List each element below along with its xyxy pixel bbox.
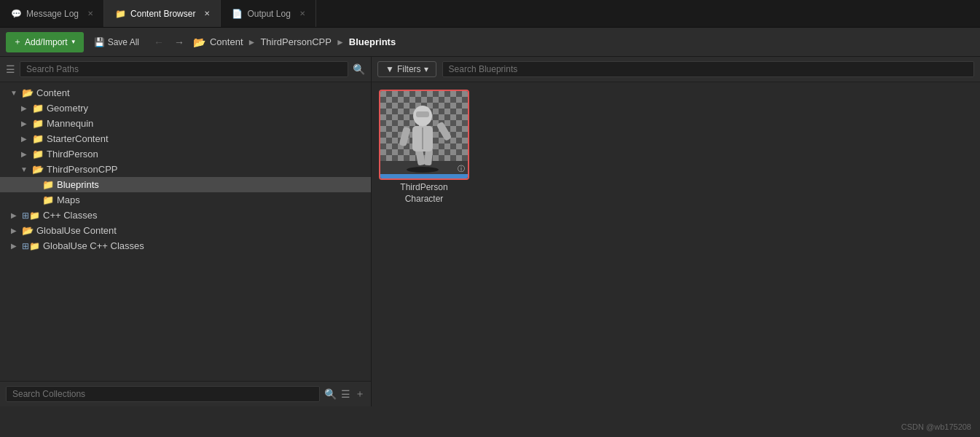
- add-icon: ＋: [13, 36, 22, 48]
- folder-icon-third-person: 📁: [32, 149, 44, 160]
- toolbar: ＋ Add/Import ▼ 💾 Save All ← → 📂 Content …: [0, 28, 980, 57]
- tab-bar: 💬 Message Log ✕ 📁 Content Browser ✕ 📄 Ou…: [0, 0, 980, 28]
- expand-icon-geometry: ▶: [19, 104, 29, 112]
- forward-button[interactable]: →: [170, 35, 189, 50]
- tree-label-third-person: ThirdPerson: [47, 149, 98, 160]
- expand-icon-globaluse-content: ▶: [9, 227, 19, 235]
- folder-icon-starter-content: 📁: [32, 133, 44, 144]
- tree-label-maps: Maps: [57, 194, 80, 205]
- folder-icon-maps: 📁: [42, 194, 54, 205]
- filter-icon: ▼: [385, 64, 394, 74]
- expand-icon-third-person: ▶: [19, 150, 29, 158]
- expand-icon-starter-content: ▶: [19, 135, 29, 143]
- output-log-icon: 📄: [231, 8, 243, 20]
- folder-icon-globaluse-content: 📂: [22, 225, 34, 236]
- breadcrumb-blueprints[interactable]: Blueprints: [349, 36, 396, 47]
- tree-item-content[interactable]: ▼ 📂 Content: [0, 85, 371, 101]
- search-paths-button[interactable]: 🔍: [353, 63, 365, 75]
- tree-item-mannequin[interactable]: ▶ 📁 Mannequin: [0, 116, 371, 131]
- expand-icon-content: ▼: [9, 89, 19, 97]
- left-panel: ☰ 🔍 ▼ 📂 Content ▶ 📁 Geometry ▶: [0, 57, 372, 406]
- asset-type-indicator: [380, 174, 468, 178]
- expand-icon-mannequin: ▶: [19, 119, 29, 127]
- folder-icon-globaluse-cpp: ⊞📁: [22, 241, 40, 251]
- breadcrumb: 📂 Content ► ThirdPersonCPP ► Blueprints: [193, 36, 396, 48]
- breadcrumb-sep-1: ►: [248, 37, 256, 47]
- tree-item-maps[interactable]: 📁 Maps: [0, 192, 371, 208]
- add-collection-button[interactable]: ＋: [355, 387, 365, 401]
- save-icon: 💾: [94, 37, 105, 47]
- dropdown-arrow-icon: ▼: [71, 39, 77, 45]
- asset-tile-third-person-character[interactable]: ⓘ ThirdPersonCharacter: [380, 91, 468, 205]
- svg-rect-5: [436, 122, 452, 142]
- tree-item-blueprints[interactable]: 📁 Blueprints: [0, 177, 371, 192]
- close-message-log[interactable]: ✕: [87, 9, 93, 17]
- panel-menu-icon[interactable]: ☰: [6, 63, 15, 75]
- tree-item-geometry[interactable]: ▶ 📁 Geometry: [0, 101, 371, 116]
- right-panel: ▼ Filters ▾: [372, 57, 980, 406]
- search-blueprints-input[interactable]: [442, 61, 974, 77]
- svg-rect-8: [416, 111, 429, 117]
- message-log-icon: 💬: [10, 8, 22, 20]
- folder-icon-mannequin: 📁: [32, 118, 44, 129]
- folder-icon-geometry: 📁: [32, 103, 44, 114]
- tree-item-starter-content[interactable]: ▶ 📁 StarterContent: [0, 131, 371, 146]
- tab-output-log[interactable]: 📄 Output Log ✕: [221, 0, 315, 27]
- tree-label-blueprints: Blueprints: [57, 179, 99, 190]
- filters-button[interactable]: ▼ Filters ▾: [377, 61, 436, 77]
- content-browser-icon: 📁: [114, 8, 126, 20]
- tree-item-globaluse-content[interactable]: ▶ 📂 GlobalUse Content: [0, 223, 371, 238]
- asset-label: ThirdPersonCharacter: [400, 182, 447, 205]
- tree-item-thirdpersoncpp[interactable]: ▼ 📂 ThirdPersonCPP: [0, 162, 371, 177]
- filter-dropdown-icon: ▾: [424, 64, 428, 74]
- nav-buttons: ← →: [149, 35, 189, 50]
- back-button[interactable]: ←: [149, 35, 168, 50]
- expand-icon-cpp-classes: ▶: [9, 211, 19, 219]
- folder-icon-content: 📂: [22, 87, 34, 98]
- watermark: CSDN @wb175208: [901, 422, 971, 431]
- breadcrumb-content[interactable]: Content: [210, 36, 243, 47]
- tree-item-third-person[interactable]: ▶ 📁 ThirdPerson: [0, 146, 371, 162]
- tree-label-mannequin: Mannequin: [47, 118, 93, 129]
- collections-bar: 🔍 ☰ ＋: [0, 381, 371, 406]
- tree-item-globaluse-cpp[interactable]: ▶ ⊞📁 GlobalUse C++ Classes: [0, 238, 371, 253]
- folder-icon-cpp: ⊞📁: [22, 210, 40, 221]
- tree-label-content: Content: [36, 87, 70, 98]
- close-output-log[interactable]: ✕: [299, 9, 305, 17]
- save-all-button[interactable]: 💾 Save All: [88, 32, 145, 52]
- add-import-button[interactable]: ＋ Add/Import ▼: [6, 32, 84, 52]
- close-content-browser[interactable]: ✕: [204, 9, 210, 17]
- tree-label-cpp-classes: C++ Classes: [43, 210, 97, 221]
- asset-thumbnail: ⓘ: [380, 91, 468, 178]
- content-area: ⓘ ThirdPersonCharacter: [372, 82, 980, 406]
- tree-label-starter-content: StarterContent: [47, 133, 109, 144]
- tab-message-log[interactable]: 💬 Message Log ✕: [0, 0, 104, 27]
- expand-icon-globaluse-cpp: ▶: [9, 242, 19, 250]
- expand-icon-thirdpersoncpp: ▼: [19, 165, 29, 173]
- character-svg: [380, 91, 468, 175]
- search-paths-input[interactable]: [20, 61, 348, 77]
- tab-content-browser[interactable]: 📁 Content Browser ✕: [104, 0, 221, 27]
- filter-bar: ▼ Filters ▾: [372, 57, 980, 82]
- tree-label-thirdpersoncpp: ThirdPersonCPP: [47, 164, 118, 175]
- search-collections-button[interactable]: 🔍: [324, 388, 337, 400]
- main-area: ☰ 🔍 ▼ 📂 Content ▶ 📁 Geometry ▶: [0, 57, 980, 406]
- tree: ▼ 📂 Content ▶ 📁 Geometry ▶ 📁 Mannequin: [0, 82, 371, 381]
- tree-label-globaluse-content: GlobalUse Content: [36, 225, 117, 236]
- svg-rect-4: [399, 127, 410, 147]
- search-collections-input[interactable]: [6, 386, 320, 402]
- tree-item-cpp-classes[interactable]: ▶ ⊞📁 C++ Classes: [0, 208, 371, 223]
- folder-icon-thirdpersoncpp: 📂: [32, 164, 44, 175]
- breadcrumb-thirdpersoncpp[interactable]: ThirdPersonCPP: [260, 36, 332, 47]
- asset-info-icon[interactable]: ⓘ: [458, 164, 465, 174]
- tree-label-geometry: Geometry: [47, 103, 88, 114]
- svg-point-0: [407, 167, 439, 173]
- tree-label-globaluse-cpp: GlobalUse C++ Classes: [43, 240, 144, 251]
- breadcrumb-folder-icon: 📂: [193, 36, 205, 48]
- folder-icon-blueprints: 📁: [42, 179, 54, 190]
- collections-list-view-button[interactable]: ☰: [341, 388, 350, 400]
- search-paths-bar: ☰ 🔍: [0, 57, 371, 82]
- breadcrumb-sep-2: ►: [336, 37, 345, 47]
